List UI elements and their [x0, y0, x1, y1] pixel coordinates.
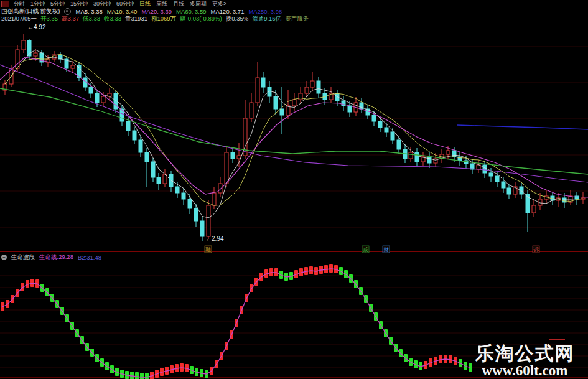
quote-field: 开3.35 — [40, 15, 58, 23]
watermark-site-name: 乐淘公式网 — [464, 344, 586, 363]
sub-indicator-value-1: 生命线:29.28 — [39, 253, 73, 261]
trading-app-window: ←4.92←2.94融减财诉 分时1分钟5分钟15分钟30分钟60分钟日线周线月… — [0, 0, 588, 379]
ma-value: MA5: 3.38 — [75, 8, 102, 15]
quote-field: 高3.37 — [62, 15, 79, 23]
period-toolbar: 分时1分钟5分钟15分钟30分钟60分钟日线周线月线多周期更多> — [0, 0, 588, 7]
quote-field: 换0.35% — [226, 15, 248, 23]
app-icon[interactable] — [1, 1, 9, 7]
quote-field: 收3.33 — [104, 15, 121, 23]
candlestick-and-indicator-chart[interactable]: ←4.92←2.94融减财诉 — [0, 0, 588, 379]
quote-field: 额1069万 — [151, 15, 176, 23]
svg-text:←2.94: ←2.94 — [205, 235, 224, 242]
quote-field: 幅-0.03(-0.89%) — [180, 15, 222, 23]
menu-item-更多>[interactable]: 更多> — [212, 0, 226, 8]
svg-text:←4.92: ←4.92 — [27, 24, 46, 30]
ma-value: MA250: 3.98 — [248, 8, 282, 15]
sub-indicator-value-2: B2:31.48 — [78, 254, 101, 261]
menu-item-1分钟[interactable]: 1分钟 — [30, 0, 45, 8]
quote-field: 2021/07/05一 — [1, 15, 37, 23]
indicator-settings-icon[interactable] — [64, 8, 71, 15]
sub-indicator-header: − 生命波段 生命线:29.28 B2:31.48 — [1, 253, 101, 261]
ma-value: MA20: 3.39 — [141, 8, 172, 15]
collapse-indicator-icon[interactable]: − — [1, 255, 7, 260]
quote-field: 低3.33 — [83, 15, 100, 23]
quote-field: 量31931 — [125, 15, 147, 23]
menu-item-多周期[interactable]: 多周期 — [190, 0, 207, 8]
period-menu: 分时1分钟5分钟15分钟30分钟60分钟日线周线月线多周期更多> — [14, 0, 226, 8]
menu-item-15分钟[interactable]: 15分钟 — [70, 0, 88, 8]
ma-values: MA5: 3.38MA10: 3.40MA20: 3.39MA60: 3.59M… — [75, 8, 282, 15]
quote-row: 2021/07/05一开3.35高3.37低3.33收3.33量31931额10… — [1, 15, 309, 23]
watermark-url: www.60lt.com — [464, 363, 586, 378]
menu-item-30分钟[interactable]: 30分钟 — [93, 0, 111, 8]
quote-field: 流通9.16亿 — [252, 15, 281, 23]
watermark: 乐淘公式网 www.60lt.com — [464, 344, 586, 378]
menu-item-月线[interactable]: 月线 — [173, 0, 184, 8]
svg-text:诉: 诉 — [533, 246, 539, 253]
quote-field: 资产服务 — [285, 15, 309, 23]
menu-item-周线[interactable]: 周线 — [156, 0, 167, 8]
ma-value: MA120: 3.71 — [211, 8, 245, 15]
ma-value: MA60: 3.59 — [176, 8, 207, 15]
menu-item-5分钟[interactable]: 5分钟 — [50, 0, 65, 8]
ma-value: MA10: 3.40 — [107, 8, 138, 15]
svg-text:减: 减 — [363, 246, 368, 253]
sub-indicator-name: 生命波段 — [11, 253, 35, 261]
svg-text:融: 融 — [205, 246, 211, 253]
menu-item-分时[interactable]: 分时 — [14, 0, 25, 8]
menu-item-60分钟[interactable]: 60分钟 — [116, 0, 134, 8]
menu-item-日线[interactable]: 日线 — [139, 0, 151, 8]
svg-text:财: 财 — [383, 246, 389, 253]
